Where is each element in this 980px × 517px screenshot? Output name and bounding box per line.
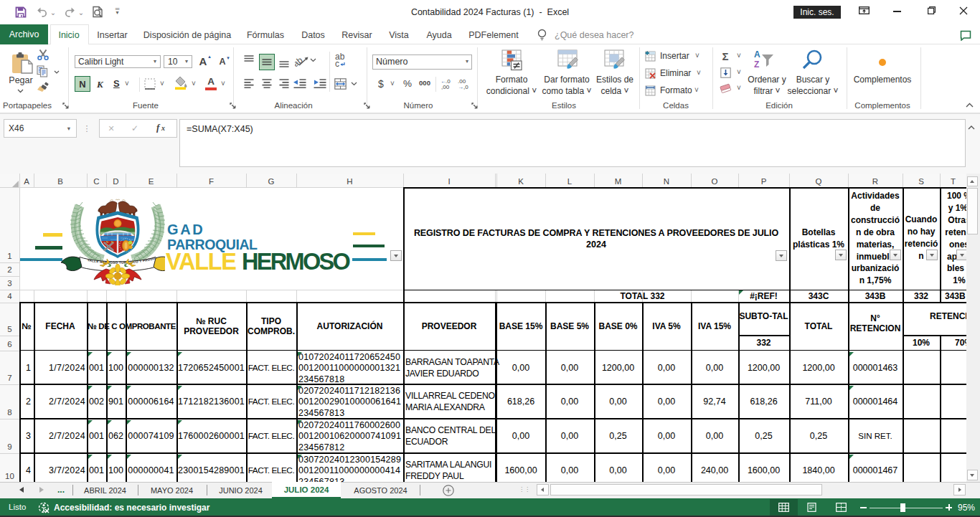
- svg-text:→: →: [458, 84, 463, 90]
- svg-text:Z: Z: [754, 60, 759, 70]
- svg-text:,0: ,0: [463, 84, 468, 90]
- svg-text:,00: ,00: [441, 84, 450, 90]
- svg-text:c: c: [335, 59, 339, 68]
- svg-text:A: A: [754, 49, 760, 60]
